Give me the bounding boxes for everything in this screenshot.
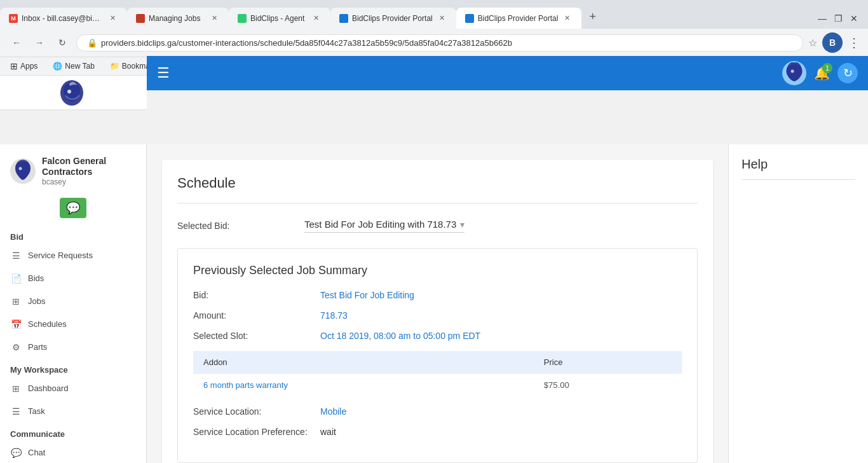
tab-bc-portal2-close[interactable]: ✕ <box>562 13 573 24</box>
bookmark-new-tab[interactable]: 🌐 New Tab <box>50 60 97 72</box>
apps-grid-icon: ⊞ <box>10 61 18 71</box>
sidebar-label-jobs: Jobs <box>28 296 45 306</box>
bid-field-value: Test Bid For Job Editing <box>320 290 414 300</box>
sidebar-label-schedules: Schedules <box>28 319 67 329</box>
menu-icon[interactable]: ⋮ <box>848 35 860 50</box>
window-controls: — ❐ ✕ <box>808 8 868 29</box>
bid-dropdown[interactable]: Test Bid For Job Editing with 718.73 ▾ <box>304 219 465 233</box>
schedule-icon: 📅 <box>10 319 22 330</box>
forward-button[interactable]: → <box>31 34 48 52</box>
new-tab-favicon: 🌐 <box>53 62 62 71</box>
addon-table: Addon Price 6 month parts warranty $75.0… <box>193 351 682 396</box>
avatar-svg <box>783 62 805 84</box>
bid-section-label: Bid <box>0 226 146 244</box>
sidebar-label-service-requests: Service Requests <box>28 251 93 260</box>
tab-bc-portal-2[interactable]: BidClips Provider Portal ✕ <box>456 8 582 29</box>
address-text: providers.bidclips.ga/customer-interacti… <box>101 38 792 48</box>
minimize-icon[interactable]: — <box>818 13 827 24</box>
app-header: ☰ 🔔 1 ↻ <box>0 76 868 110</box>
sidebar-item-task[interactable]: ☰ Task <box>0 400 146 423</box>
svg-point-3 <box>791 70 794 73</box>
addon-name-cell: 6 month parts warranty <box>193 374 534 397</box>
amount-row: Amount: 718.73 <box>193 310 682 321</box>
sidebar-item-chat[interactable]: 💬 Chat <box>0 441 146 463</box>
company-name: Falcon General Contractors <box>42 156 136 177</box>
help-title: Help <box>742 157 855 172</box>
service-location-label: Service Location: <box>193 406 320 417</box>
service-location-preference-row: Service Location Preference: wait <box>193 427 682 437</box>
sidebar: Falcon General Contractors bcasey 💬 Bid … <box>0 144 147 463</box>
bookmark-apps-label: Apps <box>20 62 37 71</box>
hamburger-menu-icon[interactable]: ☰ <box>157 65 170 81</box>
browser-toolbar: ← → ↻ 🔒 providers.bidclips.ga/customer-i… <box>0 29 868 57</box>
chat-bubble-button[interactable]: 💬 <box>60 198 86 218</box>
title-divider <box>177 203 698 204</box>
task-icon: ☰ <box>10 406 22 417</box>
tab-bc-portal1-title: BidClips Provider Portal <box>352 14 433 23</box>
top-nav: ☰ 🔔 1 ↻ <box>147 56 868 90</box>
user-avatar[interactable] <box>782 61 806 85</box>
slot-row: Selected Slot: Oct 18 2019, 08:00 am to … <box>193 331 682 341</box>
tab-bc-agent-close[interactable]: ✕ <box>311 13 322 24</box>
back-button[interactable]: ← <box>8 34 25 52</box>
notification-badge: 1 <box>822 63 832 73</box>
tab-mj-close[interactable]: ✕ <box>209 13 220 24</box>
main-layout: Falcon General Contractors bcasey 💬 Bid … <box>0 144 868 463</box>
sidebar-profile: Falcon General Contractors bcasey <box>0 144 146 195</box>
address-bar[interactable]: 🔒 providers.bidclips.ga/customer-interac… <box>76 34 803 52</box>
profile-info: Falcon General Contractors bcasey <box>42 156 136 186</box>
amount-field-label: Amount: <box>193 310 320 321</box>
new-tab-button[interactable]: + <box>581 5 604 29</box>
tab-bc-portal-1[interactable]: BidClips Provider Portal ✕ <box>330 8 456 29</box>
sidebar-label-chat: Chat <box>28 448 45 457</box>
communicate-section-label: Communicate <box>0 423 146 441</box>
tab-managing-jobs[interactable]: Managing Jobs ✕ <box>127 8 229 29</box>
lock-icon: 🔒 <box>87 38 97 48</box>
reload-button[interactable]: ↻ <box>53 34 71 52</box>
sidebar-item-dashboard[interactable]: ⊞ Dashboard <box>0 377 146 400</box>
job-summary-title: Previously Selected Job Summary <box>193 264 682 277</box>
notification-button[interactable]: 🔔 1 <box>814 66 830 81</box>
bid-select-text: Test Bid For Job Editing with 718.73 <box>304 219 456 230</box>
chat-icon-container: 💬 <box>0 195 146 226</box>
close-icon[interactable]: ✕ <box>850 13 858 24</box>
service-location-preference-value: wait <box>320 427 336 437</box>
sidebar-item-service-requests[interactable]: ☰ Service Requests <box>0 244 146 267</box>
sidebar-label-dashboard: Dashboard <box>28 384 69 393</box>
amount-field-value: 718.73 <box>320 310 348 321</box>
bc-agent-favicon <box>238 14 247 23</box>
sidebar-item-schedules[interactable]: 📅 Schedules <box>0 313 146 336</box>
tab-bidclips-agent[interactable]: BidClips - Agent ✕ <box>229 8 330 29</box>
sidebar-item-bids[interactable]: 📄 Bids <box>0 267 146 290</box>
bookmark-apps[interactable]: ⊞ Apps <box>8 60 40 73</box>
chevron-down-icon: ▾ <box>460 219 465 230</box>
tab-mj-title: Managing Jobs <box>149 14 205 23</box>
tab-bc-portal1-close[interactable]: ✕ <box>437 13 447 24</box>
content-area: Schedule Selected Bid: Test Bid For Job … <box>147 144 868 463</box>
tab-gmail-close[interactable]: ✕ <box>107 13 118 24</box>
tab-gmail[interactable]: M Inbox - bill.casey@bidclips.con ✕ <box>0 8 127 29</box>
sidebar-label-parts: Parts <box>28 342 47 352</box>
bc-portal1-favicon <box>339 14 348 23</box>
workspace-section-label: My Workspace <box>0 359 146 377</box>
bookmarks-folder-icon: 📁 <box>110 62 119 71</box>
profile-icon[interactable]: B <box>822 32 843 53</box>
maximize-icon[interactable]: ❐ <box>834 13 843 24</box>
addon-col-header: Addon <box>193 351 534 374</box>
logo-svg <box>58 79 90 107</box>
tab-bc-agent-title: BidClips - Agent <box>250 14 307 23</box>
addon-row: 6 month parts warranty $75.00 <box>193 374 682 397</box>
selected-bid-label: Selected Bid: <box>177 221 304 231</box>
refresh-button[interactable]: ↻ <box>837 63 858 83</box>
bookmark-star-icon[interactable]: ☆ <box>808 37 817 49</box>
sidebar-item-parts[interactable]: ⚙ Parts <box>0 336 146 359</box>
gmail-favicon: M <box>9 14 18 23</box>
tab-bc-portal2-title: BidClips Provider Portal <box>478 14 559 23</box>
mj-favicon <box>136 14 145 23</box>
selected-bid-row: Selected Bid: Test Bid For Job Editing w… <box>177 219 698 233</box>
chat-icon: 💬 <box>10 447 22 459</box>
sync-icon: ↻ <box>843 66 853 80</box>
list-icon: ☰ <box>10 250 22 261</box>
bc-portal2-favicon <box>465 14 474 23</box>
sidebar-item-jobs[interactable]: ⊞ Jobs <box>0 290 146 313</box>
